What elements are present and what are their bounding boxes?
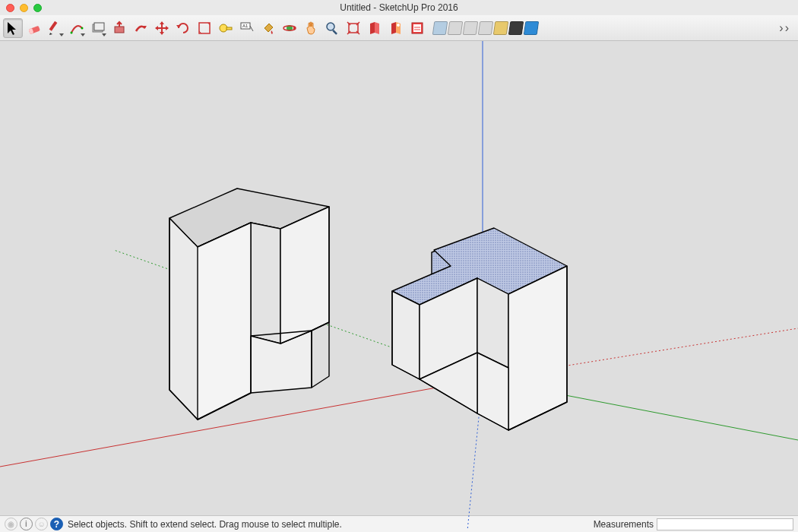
offset-tool[interactable]: [195, 18, 214, 38]
text-tool[interactable]: [237, 18, 257, 38]
rectangle-tool[interactable]: [88, 18, 108, 38]
dropdown-caret-icon: [102, 33, 106, 36]
select-tool[interactable]: [3, 18, 23, 38]
tag-7[interactable]: [524, 21, 540, 35]
l-extrusion-right[interactable]: [392, 228, 567, 430]
tag-5[interactable]: [493, 21, 509, 35]
zoom-tool[interactable]: [322, 18, 342, 38]
orbit-icon: [282, 21, 297, 36]
eraser-icon: [27, 21, 42, 36]
zoom-icon: [325, 21, 340, 36]
minimize-window-button[interactable]: [20, 4, 28, 12]
pushpull-icon: [112, 21, 127, 36]
push-pull-tool[interactable]: [109, 18, 129, 38]
line-tool[interactable]: [46, 18, 65, 38]
paint-icon: [261, 21, 276, 36]
followme-icon: [133, 21, 148, 36]
svg-marker-18: [508, 266, 567, 430]
title-bar: Untitled - SketchUp Pro 2016: [0, 0, 798, 15]
3d-warehouse-tool[interactable]: [365, 18, 385, 38]
svg-marker-13: [198, 223, 251, 420]
layout-tool[interactable]: [407, 18, 427, 38]
scene-tags: [433, 21, 538, 35]
zoom-window-button[interactable]: [33, 4, 42, 12]
whbook2-icon: [388, 21, 404, 36]
main-toolbar: ››: [0, 15, 798, 41]
svg-marker-15: [392, 291, 420, 379]
offset-icon: [197, 21, 212, 36]
tape-icon: [218, 21, 233, 36]
tape-measure-tool[interactable]: [216, 18, 236, 38]
rotate-icon: [176, 21, 191, 36]
eraser-tool[interactable]: [24, 18, 44, 38]
axes: [0, 41, 798, 530]
model-viewport[interactable]: [0, 41, 798, 515]
rotate-tool[interactable]: [173, 18, 193, 38]
move-tool[interactable]: [152, 18, 172, 38]
pan-tool[interactable]: [301, 18, 321, 38]
text-icon: [239, 21, 255, 36]
svg-marker-12: [280, 207, 329, 344]
orbit-tool[interactable]: [280, 18, 299, 38]
zoomext-icon: [346, 21, 361, 36]
move-icon: [154, 21, 169, 36]
arc-tool[interactable]: [67, 18, 87, 38]
layout-icon: [410, 21, 425, 36]
dropdown-caret-icon: [81, 33, 85, 36]
window-title: Untitled - SketchUp Pro 2016: [0, 2, 798, 13]
window-controls: [0, 4, 42, 12]
pan-icon: [303, 21, 318, 36]
svg-marker-10: [251, 223, 280, 344]
close-window-button[interactable]: [6, 4, 14, 12]
tag-2[interactable]: [448, 21, 464, 35]
tag-4[interactable]: [478, 21, 494, 35]
paint-bucket-tool[interactable]: [258, 18, 278, 38]
dropdown-caret-icon: [59, 33, 64, 36]
tag-6[interactable]: [508, 21, 524, 35]
zoom-extents-tool[interactable]: [344, 18, 363, 38]
tag-3[interactable]: [463, 21, 479, 35]
toolbar-overflow-button[interactable]: ››: [774, 21, 795, 35]
l-extrusion-left[interactable]: [169, 188, 329, 420]
tag-1[interactable]: [432, 21, 448, 35]
cursor-icon: [5, 21, 21, 36]
whbook-icon: [367, 21, 382, 36]
extension-warehouse-tool[interactable]: [386, 18, 406, 38]
follow-me-tool[interactable]: [131, 18, 150, 38]
